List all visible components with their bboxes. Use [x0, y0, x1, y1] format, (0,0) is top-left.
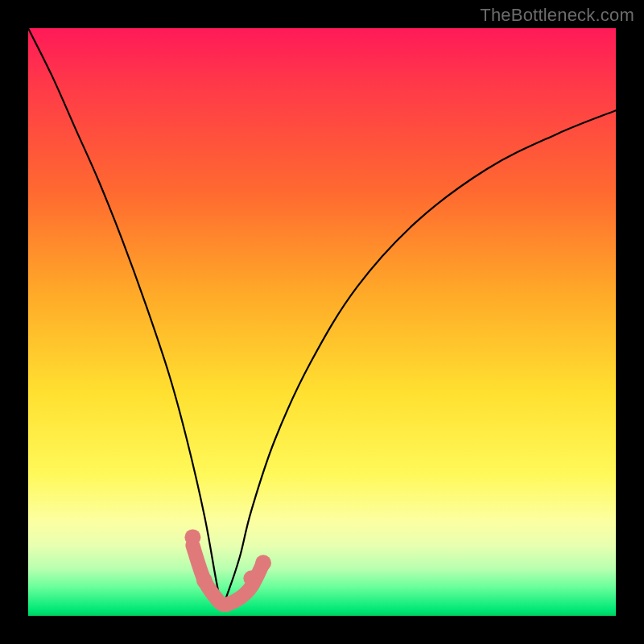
plot-area [28, 28, 616, 616]
bottleneck-curve [28, 28, 616, 605]
valley-dot [243, 571, 259, 587]
chart-frame: TheBottleneck.com [0, 0, 644, 644]
valley-dot [184, 529, 200, 545]
valley-dot [255, 555, 271, 571]
chart-svg [28, 28, 616, 616]
valley-dot [196, 572, 213, 588]
watermark-text: TheBottleneck.com [480, 5, 634, 26]
